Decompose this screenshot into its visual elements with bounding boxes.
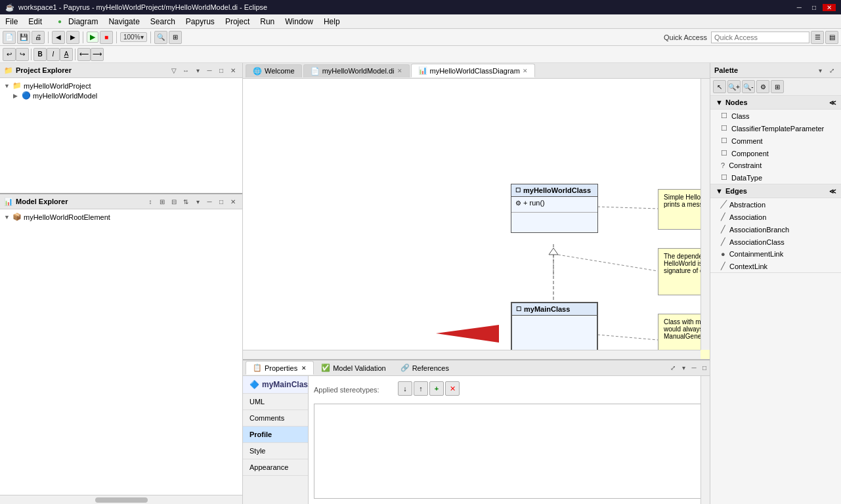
prop-uml-item[interactable]: UML: [243, 394, 308, 410]
menu-navigate[interactable]: Navigate: [103, 16, 144, 28]
palette-item-constraint[interactable]: ? Constraint: [710, 159, 841, 171]
me-menu-btn[interactable]: ▾: [192, 196, 203, 207]
palette-menu-btn[interactable]: ▾: [815, 65, 825, 75]
tab-di-close[interactable]: ✕: [397, 68, 402, 74]
close-btn[interactable]: ✕: [823, 4, 836, 11]
tree-item-project[interactable]: ▼ 📁 myHelloWorldProject: [3, 81, 240, 91]
minimize-btn[interactable]: ─: [793, 4, 806, 11]
uml-class-helloworldclass[interactable]: ☐ myHelloWorldClass ⚙ + run(): [511, 184, 598, 233]
diagram-hscroll[interactable]: [243, 350, 701, 359]
diagram-vscroll[interactable]: [701, 79, 710, 350]
palette-item-class[interactable]: ☐ Class: [710, 110, 841, 122]
bold-btn[interactable]: B: [33, 48, 47, 61]
diagram-area[interactable]: ☐ myHelloWorldClass ⚙ + run() ☐ myMainCl…: [243, 79, 710, 360]
save-btn[interactable]: 💾: [17, 31, 30, 44]
tree-item-model[interactable]: ▶ 🔵 myHelloWorldModel: [3, 91, 240, 100]
palette-item-datatype[interactable]: ☐ DataType: [710, 171, 841, 184]
palette-item-containmentlink[interactable]: ● ContainmentLink: [710, 248, 841, 260]
palette-item-abstraction[interactable]: ╱ Abstraction: [710, 198, 841, 211]
me-expand-btn[interactable]: ⊞: [157, 196, 167, 207]
menu-file[interactable]: File: [0, 16, 23, 28]
prop-appearance-item[interactable]: Appearance: [243, 459, 308, 476]
maximize-panel-btn[interactable]: □: [216, 65, 226, 75]
menu-window[interactable]: Window: [280, 16, 318, 28]
prop-min-btn[interactable]: ─: [689, 363, 699, 373]
me-max-btn[interactable]: □: [216, 196, 226, 207]
close-panel-btn[interactable]: ✕: [228, 65, 238, 75]
new-btn[interactable]: 📄: [3, 31, 16, 44]
menu-edit[interactable]: Edit: [23, 16, 47, 28]
stereotypes-up-btn[interactable]: ↑: [414, 381, 428, 396]
menu-run[interactable]: Run: [255, 16, 280, 28]
palette-item-associationclass[interactable]: ╱ AssociationClass: [710, 236, 841, 248]
tree-item-root[interactable]: ▼ 📦 myHelloWorldRootElement: [3, 212, 240, 222]
palette-settings-btn[interactable]: ⚙: [756, 80, 769, 93]
stereotypes-add-btn[interactable]: +: [429, 381, 444, 396]
stereotypes-remove-btn[interactable]: ✕: [445, 381, 460, 396]
palette-expand-btn[interactable]: ⤢: [827, 65, 837, 75]
underline-btn[interactable]: A: [60, 48, 73, 61]
prop-detach-btn[interactable]: ⤢: [668, 363, 678, 373]
stereotypes-down-btn[interactable]: ↓: [398, 381, 412, 396]
palette-zoom-out-btn[interactable]: 🔍-: [742, 80, 755, 93]
palette-item-association[interactable]: ╱ Association: [710, 211, 841, 223]
uml-class-mainclass[interactable]: ☐ myMainClass: [511, 302, 598, 356]
prop-comments-item[interactable]: Comments: [243, 410, 308, 427]
tab-properties[interactable]: 📋 Properties ✕: [246, 361, 314, 375]
prop-max-btn[interactable]: □: [699, 363, 710, 373]
me-min-btn[interactable]: ─: [204, 196, 215, 207]
restore-btn[interactable]: □: [808, 4, 820, 11]
palette-layout-btn[interactable]: ⊞: [771, 80, 784, 93]
palette-item-associationbranch[interactable]: ╱ AssociationBranch: [710, 223, 841, 236]
model-explorer-hscroll[interactable]: [0, 495, 242, 504]
tab-welcome[interactable]: 🌐 Welcome: [246, 64, 302, 77]
me-collapse-btn[interactable]: ⊟: [169, 196, 179, 207]
view-menu-btn[interactable]: ▾: [192, 65, 203, 75]
menu-search[interactable]: Search: [145, 16, 181, 28]
perspective-btn[interactable]: ☰: [811, 31, 824, 44]
prop-profile-item[interactable]: Profile: [243, 427, 308, 443]
prop-tab-close[interactable]: ✕: [301, 365, 307, 371]
palette-item-component[interactable]: ☐ Component: [710, 147, 841, 159]
prop-menu-btn[interactable]: ▾: [678, 363, 689, 373]
tab-class-diagram[interactable]: 📊 myHelloWorldClassDiagram ✕: [411, 64, 535, 77]
prop-style-item[interactable]: Style: [243, 443, 308, 459]
prop-vscroll[interactable]: [701, 376, 710, 504]
palette-item-classifiertemplateparam[interactable]: ☐ ClassifierTemplateParameter: [710, 122, 841, 135]
align-left-btn[interactable]: ⟵: [77, 48, 91, 61]
minimize-panel-btn[interactable]: ─: [204, 65, 215, 75]
me-link-btn[interactable]: ↕: [145, 196, 156, 207]
palette-select-btn[interactable]: ↖: [713, 80, 726, 93]
zoom-in-btn[interactable]: 🔍: [154, 31, 167, 44]
back-btn[interactable]: ◀: [52, 31, 65, 44]
menu-papyrus[interactable]: Papyrus: [181, 16, 220, 28]
print-btn[interactable]: 🖨: [32, 31, 45, 44]
tab-cd-close[interactable]: ✕: [523, 68, 528, 74]
palette-item-contextlink[interactable]: ╱ ContextLink: [710, 260, 841, 272]
palette-toggle-btn[interactable]: ▤: [825, 31, 838, 44]
nodes-section-header[interactable]: ▼ Nodes ≪: [710, 96, 841, 110]
zoom-btn[interactable]: 100%▾: [120, 32, 147, 42]
palette-item-comment[interactable]: ☐ Comment: [710, 135, 841, 147]
italic-btn[interactable]: I: [47, 48, 60, 61]
menu-help[interactable]: Help: [318, 16, 345, 28]
me-sort-btn[interactable]: ⇅: [181, 196, 191, 207]
redo-btn[interactable]: ↪: [16, 48, 29, 61]
me-close-btn[interactable]: ✕: [228, 196, 238, 207]
collapse-all-btn[interactable]: ▽: [169, 65, 179, 75]
stop-btn[interactable]: ■: [100, 31, 113, 44]
link-with-editor-btn[interactable]: ↔: [181, 65, 191, 75]
run-btn[interactable]: ▶: [87, 32, 98, 43]
tab-model-di[interactable]: 📄 myHelloWorldModel.di ✕: [303, 64, 410, 77]
tab-model-validation[interactable]: ✅ Model Validation: [314, 361, 393, 375]
undo-btn[interactable]: ↩: [3, 48, 16, 61]
zoom-fit-btn[interactable]: ⊞: [169, 31, 182, 44]
menu-diagram[interactable]: ● Diagram: [47, 15, 103, 28]
forward-btn[interactable]: ▶: [66, 31, 79, 44]
align-right-btn[interactable]: ⟶: [91, 48, 104, 61]
quick-access-input[interactable]: [711, 32, 809, 43]
palette-zoom-in-btn[interactable]: 🔍+: [727, 80, 741, 93]
edges-section-header[interactable]: ▼ Edges ≪: [710, 184, 841, 198]
tab-references[interactable]: 🔗 References: [393, 361, 456, 375]
menu-project[interactable]: Project: [220, 16, 255, 28]
